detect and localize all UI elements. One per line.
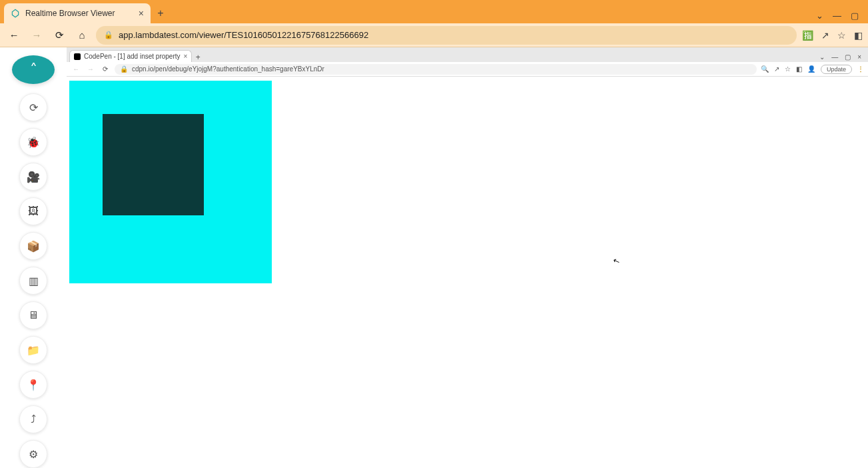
inner-window-controls: ⌄ — ▢ × (819, 53, 865, 62)
close-icon[interactable]: × (857, 53, 861, 61)
collapse-button[interactable]: ˄ (12, 55, 55, 84)
monitor-icon[interactable]: 🖥 (19, 301, 47, 329)
lock-icon: 🔒 (104, 31, 113, 39)
outer-url-text: app.lambdatest.com/viewer/TES10160501221… (119, 30, 368, 40)
star-icon[interactable]: ☆ (785, 65, 791, 73)
zoom-icon[interactable]: 🔍 (761, 65, 769, 73)
inner-tabstrip: CodePen - [1] add inset property × + ⌄ —… (67, 47, 868, 62)
minimize-icon[interactable]: — (833, 11, 841, 21)
inner-url-text: cdpn.io/pen/debug/eYjojgM?authentication… (132, 65, 324, 73)
profile-icon[interactable]: 👤 (807, 65, 815, 73)
inner-new-tab-button[interactable]: + (192, 53, 204, 62)
inner-tab-active[interactable]: CodePen - [1] add inset property × (69, 50, 192, 62)
lock-icon: 🔒 (120, 65, 128, 73)
codepen-favicon-icon (74, 53, 81, 60)
lambdatest-favicon-icon (11, 9, 20, 18)
maximize-icon[interactable]: ▢ (845, 53, 851, 61)
translate-icon[interactable]: 🈯 (802, 30, 813, 41)
kebab-menu-icon[interactable]: ⋮ (857, 65, 864, 73)
location-icon[interactable]: 📍 (19, 371, 47, 399)
switch-icon[interactable]: ⟳ (19, 93, 47, 121)
bug-icon[interactable]: 🐞 (19, 128, 47, 156)
inner-toolbar: ← → ⟳ 🔒 cdpn.io/pen/debug/eYjojgM?authen… (67, 62, 868, 77)
share-icon[interactable]: ↗ (821, 30, 829, 41)
video-icon[interactable]: 🎥 (19, 163, 47, 191)
inner-tab-title: CodePen - [1] add inset property (84, 53, 181, 60)
minimize-icon[interactable]: — (831, 53, 838, 61)
lambdatest-sidebar: ˄ ⟳🐞🎥🖼📦▥🖥📁📍⤴⚙ (0, 47, 67, 468)
outer-window-controls: ⌄ — ▢ (816, 11, 864, 23)
gallery-icon[interactable]: 🖼 (19, 197, 47, 225)
chevron-up-icon: ˄ (30, 61, 37, 79)
outer-tab-active[interactable]: Realtime Browser Viewer × (4, 3, 151, 23)
inner-back-button[interactable]: ← (71, 65, 81, 73)
close-icon[interactable]: × (139, 8, 144, 19)
share-icon[interactable]: ↗ (774, 65, 779, 73)
back-button[interactable]: ← (5, 27, 23, 44)
chevron-down-icon[interactable]: ⌄ (819, 53, 825, 61)
new-tab-button[interactable]: + (151, 3, 171, 23)
side-panel-icon[interactable]: ◧ (796, 65, 802, 73)
layout-icon[interactable]: ▥ (19, 267, 47, 295)
gear-icon[interactable]: ⚙ (19, 440, 47, 468)
outer-toolbar: ← → ⟳ ⌂ 🔒 app.lambdatest.com/viewer/TES1… (0, 23, 868, 47)
inner-forward-button[interactable]: → (85, 65, 96, 73)
upload-icon[interactable]: ⤴ (19, 405, 47, 433)
remote-viewer: CodePen - [1] add inset property × + ⌄ —… (67, 47, 868, 468)
outer-cyan-box (69, 81, 272, 283)
star-icon[interactable]: ☆ (837, 30, 846, 41)
folder-icon[interactable]: 📁 (19, 336, 47, 364)
chevron-down-icon[interactable]: ⌄ (816, 11, 823, 21)
outer-tabstrip: Realtime Browser Viewer × + ⌄ — ▢ (0, 0, 868, 23)
inner-address-bar[interactable]: 🔒 cdpn.io/pen/debug/eYjojgM?authenticati… (115, 64, 757, 75)
box-icon[interactable]: 📦 (19, 232, 47, 260)
update-button[interactable]: Update (821, 65, 852, 74)
outer-content: ˄ ⟳🐞🎥🖼📦▥🖥📁📍⤴⚙ CodePen - [1] add inset pr… (0, 47, 868, 468)
side-panel-icon[interactable]: ◧ (854, 30, 863, 41)
home-button[interactable]: ⌂ (73, 27, 91, 44)
reload-button[interactable]: ⟳ (51, 27, 68, 44)
inner-reload-button[interactable]: ⟳ (100, 65, 111, 73)
cursor-icon: ↖ (612, 256, 621, 267)
outer-address-bar[interactable]: 🔒 app.lambdatest.com/viewer/TES101605012… (96, 26, 797, 45)
forward-button[interactable]: → (28, 27, 45, 44)
maximize-icon[interactable]: ▢ (851, 11, 859, 21)
inner-dark-box (103, 114, 204, 215)
close-icon[interactable]: × (184, 53, 188, 60)
outer-tab-title: Realtime Browser Viewer (25, 9, 133, 18)
inner-page-content[interactable]: ↖ (67, 77, 868, 468)
